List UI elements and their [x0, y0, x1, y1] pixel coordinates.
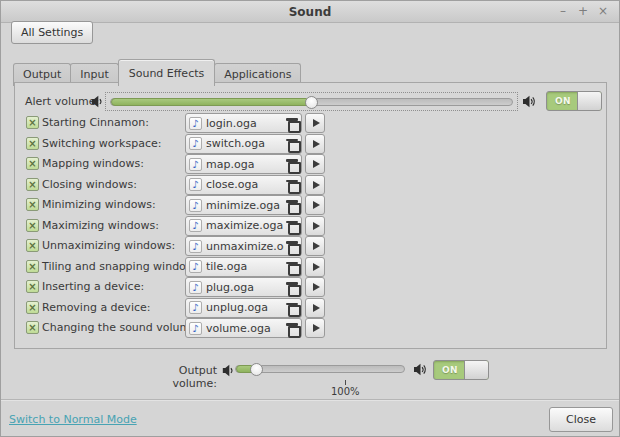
sound-file-button[interactable]: ♪ login.oga	[185, 113, 302, 133]
toggle-handle[interactable]	[464, 361, 488, 379]
switch-mode-link[interactable]: Switch to Normal Mode	[9, 413, 137, 426]
output-volume-toggle[interactable]: ON	[433, 360, 489, 380]
play-sound-button[interactable]	[305, 216, 325, 236]
clear-sound-icon[interactable]	[286, 261, 298, 273]
clear-sound-icon[interactable]	[286, 138, 298, 150]
alert-volume-slider[interactable]	[105, 92, 518, 111]
clear-sound-icon[interactable]	[286, 199, 298, 211]
play-icon	[313, 283, 320, 291]
sound-file-name: plug.oga	[206, 281, 284, 294]
sound-window: Sound – + × All Settings OutputInputSoun…	[0, 0, 620, 437]
effect-enabled-checkbox[interactable]: ×	[26, 157, 39, 170]
close-button[interactable]: Close	[549, 407, 613, 432]
effect-enabled-checkbox[interactable]: ×	[26, 321, 39, 334]
play-sound-button[interactable]	[305, 236, 325, 256]
sound-effect-row: × Unmaximizing windows: ♪ unmaximize.oga	[15, 236, 355, 256]
effect-label: Removing a device:	[42, 298, 150, 318]
play-sound-button[interactable]	[305, 195, 325, 215]
slider-thumb[interactable]	[305, 96, 318, 109]
speaker-high-icon	[522, 95, 537, 108]
effect-label: Starting Cinnamon:	[42, 113, 149, 133]
alert-volume-toggle[interactable]: ON	[546, 91, 602, 111]
sound-effect-row: × Changing the sound volume: ♪ volume.og…	[15, 318, 355, 338]
sound-effect-row: × Minimizing windows: ♪ minimize.oga	[15, 195, 355, 215]
output-volume-slider[interactable]: 100%	[231, 360, 409, 379]
play-icon	[313, 201, 320, 209]
effect-enabled-checkbox[interactable]: ×	[26, 198, 39, 211]
effect-enabled-checkbox[interactable]: ×	[26, 260, 39, 273]
volume-100-tick	[345, 380, 346, 385]
sound-file-button[interactable]: ♪ plug.oga	[185, 277, 302, 297]
sound-file-name: map.oga	[206, 158, 284, 171]
effect-enabled-checkbox[interactable]: ×	[26, 137, 39, 150]
minimize-button[interactable]: –	[555, 4, 571, 20]
sound-file-name: tile.oga	[206, 260, 284, 273]
window-title: Sound	[1, 5, 619, 19]
play-sound-button[interactable]	[305, 154, 325, 174]
volume-100-tick-label: 100%	[331, 386, 359, 397]
alert-volume-row: Alert volume: ON	[15, 92, 606, 112]
toggle-handle[interactable]	[577, 92, 601, 110]
sound-file-button[interactable]: ♪ close.oga	[185, 175, 302, 195]
close-window-button[interactable]: ×	[595, 4, 611, 20]
clear-sound-icon[interactable]	[286, 117, 298, 129]
sound-file-button[interactable]: ♪ unplug.oga	[185, 298, 302, 318]
slider-track[interactable]	[235, 365, 405, 373]
play-sound-button[interactable]	[305, 277, 325, 297]
clear-sound-icon[interactable]	[286, 302, 298, 314]
output-volume-row: Output volume: 100% ON	[1, 359, 619, 381]
play-sound-button[interactable]	[305, 298, 325, 318]
sound-effect-row: × Switching workspace: ♪ switch.oga	[15, 134, 355, 154]
slider-fill	[111, 98, 312, 106]
effect-label: Closing windows:	[42, 175, 137, 195]
slider-thumb[interactable]	[250, 363, 263, 376]
sound-effect-row: × Closing windows: ♪ close.oga	[15, 175, 355, 195]
output-volume-label: Output volume:	[131, 364, 217, 390]
music-note-icon: ♪	[189, 199, 202, 212]
effect-enabled-checkbox[interactable]: ×	[26, 239, 39, 252]
clear-sound-icon[interactable]	[286, 179, 298, 191]
clear-sound-icon[interactable]	[286, 322, 298, 334]
sound-effect-row: × Maximizing windows: ♪ maximize.oga	[15, 216, 355, 236]
sound-file-button[interactable]: ♪ switch.oga	[185, 134, 302, 154]
clear-sound-icon[interactable]	[286, 158, 298, 170]
sound-effect-row: × Mapping windows: ♪ map.oga	[15, 154, 355, 174]
sound-file-name: minimize.oga	[206, 199, 284, 212]
play-sound-button[interactable]	[305, 257, 325, 277]
sound-effects-list: × Starting Cinnamon: ♪ login.oga × Switc…	[15, 113, 355, 339]
effect-enabled-checkbox[interactable]: ×	[26, 178, 39, 191]
sound-effect-row: × Removing a device: ♪ unplug.oga	[15, 298, 355, 318]
play-sound-button[interactable]	[305, 134, 325, 154]
speaker-high-icon	[413, 363, 428, 376]
music-note-icon: ♪	[189, 137, 202, 150]
play-icon	[313, 304, 320, 312]
clear-sound-icon[interactable]	[286, 240, 298, 252]
sound-file-button[interactable]: ♪ maximize.oga	[185, 216, 302, 236]
sound-file-button[interactable]: ♪ minimize.oga	[185, 195, 302, 215]
maximize-button[interactable]: +	[575, 4, 591, 20]
music-note-icon: ♪	[189, 281, 202, 294]
clear-sound-icon[interactable]	[286, 281, 298, 293]
effect-enabled-checkbox[interactable]: ×	[26, 116, 39, 129]
slider-track[interactable]	[110, 98, 513, 106]
effect-enabled-checkbox[interactable]: ×	[26, 280, 39, 293]
play-sound-button[interactable]	[305, 318, 325, 338]
music-note-icon: ♪	[189, 240, 202, 253]
play-icon	[313, 160, 320, 168]
play-icon	[313, 324, 320, 332]
play-sound-button[interactable]	[305, 113, 325, 133]
music-note-icon: ♪	[189, 178, 202, 191]
sound-file-button[interactable]: ♪ unmaximize.oga	[185, 236, 302, 256]
play-sound-button[interactable]	[305, 175, 325, 195]
effect-enabled-checkbox[interactable]: ×	[26, 219, 39, 232]
sound-file-button[interactable]: ♪ volume.oga	[185, 318, 302, 338]
all-settings-button[interactable]: All Settings	[11, 21, 93, 44]
effect-enabled-checkbox[interactable]: ×	[26, 301, 39, 314]
music-note-icon: ♪	[189, 260, 202, 273]
clear-sound-icon[interactable]	[286, 220, 298, 232]
sound-file-button[interactable]: ♪ map.oga	[185, 154, 302, 174]
titlebar: Sound – + ×	[1, 1, 619, 23]
sound-file-button[interactable]: ♪ tile.oga	[185, 257, 302, 277]
play-icon	[313, 263, 320, 271]
tab-sound-effects[interactable]: Sound Effects	[118, 59, 216, 86]
